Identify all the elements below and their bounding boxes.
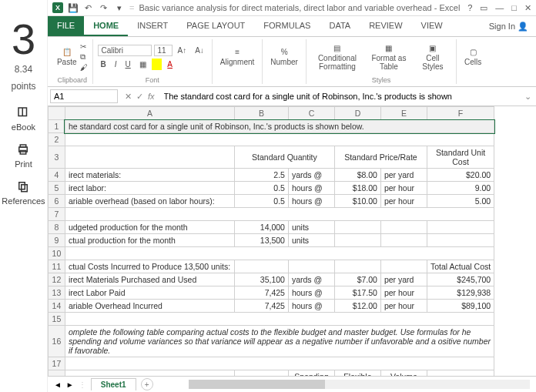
cell-styles-button[interactable]: ▣Cell Styles	[414, 42, 451, 72]
help-icon[interactable]: ?	[464, 2, 475, 13]
cell[interactable]: ctual production for the month	[65, 234, 234, 247]
cell[interactable]: yards @	[288, 273, 334, 286]
tab-view[interactable]: VIEW	[412, 16, 452, 36]
cell[interactable]: ctual Costs Incurred to Produce 13,500 u…	[65, 260, 234, 273]
grow-font-icon[interactable]: A↑	[175, 45, 190, 56]
fx-icon[interactable]: fx	[148, 92, 155, 102]
cell[interactable]: hours @	[288, 195, 334, 208]
spreadsheet-grid[interactable]: A B C D E F 1he standard cost card for a…	[48, 106, 536, 376]
cell[interactable]	[65, 146, 234, 169]
row-header[interactable]: 1	[48, 120, 65, 133]
cell[interactable]	[334, 260, 380, 273]
row-header[interactable]: 7	[48, 208, 65, 221]
cells-button[interactable]: ▢Cells	[461, 46, 484, 68]
cell[interactable]	[380, 260, 427, 273]
row-header[interactable]: 9	[48, 234, 65, 247]
row-header[interactable]: 3	[48, 146, 65, 169]
cell[interactable]: omplete the following table comparing ac…	[65, 326, 494, 357]
row-header[interactable]: 16	[48, 326, 65, 357]
cell[interactable]: units	[288, 221, 334, 234]
row-header[interactable]: 6	[48, 195, 65, 208]
cell[interactable]: hours @	[288, 300, 334, 313]
cell[interactable]: Standard Unit Cost	[427, 146, 494, 169]
maximize-icon[interactable]: □	[511, 3, 517, 13]
cell[interactable]: $245,700	[427, 273, 494, 286]
cell[interactable]: $17.50	[334, 286, 380, 300]
cell[interactable]: per hour	[380, 195, 427, 208]
cell[interactable]	[380, 221, 427, 234]
cell[interactable]: yards @	[288, 169, 334, 182]
tab-review[interactable]: REVIEW	[360, 16, 411, 36]
format-table-button[interactable]: ▦Format as Table	[367, 42, 411, 72]
cell[interactable]: per yard	[380, 169, 427, 182]
paste-button[interactable]: 📋 Paste	[57, 48, 77, 66]
ebook-button[interactable]: eBook	[0, 106, 47, 132]
redo-icon[interactable]: ↷	[99, 2, 109, 13]
cell[interactable]: 5.00	[427, 195, 494, 208]
cell[interactable]: $10.00	[334, 195, 380, 208]
cell[interactable]: 14,000	[234, 221, 288, 234]
ribbon-toggle-icon[interactable]: ▭	[480, 3, 487, 13]
cell[interactable]: irect Labor Paid	[65, 286, 234, 300]
cell[interactable]: $20.00	[427, 169, 494, 182]
cell[interactable]	[288, 260, 334, 273]
cell[interactable]: udgeted production for the month	[65, 221, 234, 234]
tab-insert[interactable]: INSERT	[128, 16, 177, 36]
cell[interactable]: Spending Variances	[288, 370, 334, 377]
cell[interactable]: hours @	[288, 286, 334, 300]
save-icon[interactable]: 💾	[68, 2, 79, 13]
cell[interactable]: per hour	[380, 300, 427, 313]
copy-small-icon[interactable]: ⧉	[80, 52, 88, 62]
number-button[interactable]: %Number	[267, 46, 301, 68]
col-header-F[interactable]: F	[427, 107, 494, 120]
horizontal-scrollbar[interactable]	[189, 380, 530, 389]
cell[interactable]: Volume Variances	[380, 370, 427, 377]
row-header[interactable]: 12	[48, 273, 65, 286]
tab-home[interactable]: HOME	[84, 16, 128, 36]
col-header-B[interactable]: B	[234, 107, 288, 120]
cell[interactable]: ariable Overhead Incurred	[65, 300, 234, 313]
font-color-button[interactable]: A	[164, 59, 176, 70]
cell[interactable]	[65, 247, 494, 260]
cell[interactable]	[65, 370, 234, 377]
cell[interactable]: 7,425	[234, 300, 288, 313]
shrink-font-icon[interactable]: A↓	[192, 45, 207, 56]
row-header[interactable]: 14	[48, 300, 65, 313]
minimize-icon[interactable]: —	[495, 3, 504, 13]
cell[interactable]	[427, 221, 494, 234]
expand-formula-icon[interactable]: ⌄	[520, 92, 536, 102]
cell[interactable]: Standard Quantity	[234, 146, 334, 169]
row-header[interactable]: 15	[48, 313, 65, 326]
cell[interactable]: per hour	[380, 286, 427, 300]
italic-button[interactable]: I	[112, 59, 120, 70]
row-header[interactable]: 13	[48, 286, 65, 300]
sign-in-button[interactable]: Sign In 👤	[481, 16, 536, 36]
cell[interactable]: irect labor:	[65, 182, 234, 195]
row-header[interactable]: 4	[48, 169, 65, 182]
cell[interactable]	[234, 260, 288, 273]
cell[interactable]: 0.5	[234, 195, 288, 208]
cell[interactable]: 2.5	[234, 169, 288, 182]
sheet-tab[interactable]: Sheet1	[91, 378, 136, 390]
cell[interactable]: Total Actual Cost	[427, 260, 494, 273]
font-size-select[interactable]: 11	[154, 45, 173, 56]
cell[interactable]	[334, 234, 380, 247]
tab-data[interactable]: DATA	[320, 16, 360, 36]
row-header[interactable]: 8	[48, 221, 65, 234]
cell[interactable]	[334, 221, 380, 234]
cancel-formula-icon[interactable]: ✕	[125, 92, 132, 102]
cell[interactable]: ariable overhead (based on labor hours):	[65, 195, 234, 208]
cell[interactable]	[65, 313, 494, 326]
cell[interactable]: units	[288, 234, 334, 247]
border-button[interactable]: ▦	[136, 59, 149, 70]
col-header-A[interactable]: A	[65, 107, 234, 120]
font-name-select[interactable]: Calibri	[98, 45, 152, 56]
row-header[interactable]: 18	[48, 370, 65, 377]
cell[interactable]: he standard cost card for a single unit …	[65, 120, 494, 133]
cell[interactable]: per yard	[380, 273, 427, 286]
cell[interactable]: 0.5	[234, 182, 288, 195]
col-header-E[interactable]: E	[380, 107, 427, 120]
cond-format-button[interactable]: ▤Conditional Formatting	[311, 42, 363, 72]
row-header[interactable]: 5	[48, 182, 65, 195]
bold-button[interactable]: B	[98, 59, 109, 70]
